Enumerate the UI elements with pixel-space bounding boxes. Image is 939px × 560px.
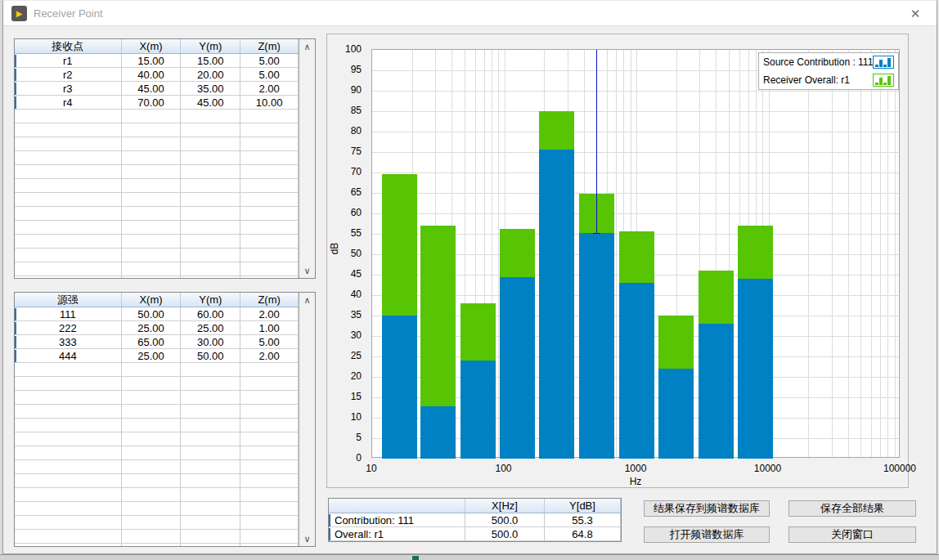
table-cell [240,137,299,151]
y-tick-label: 55 [329,227,362,239]
y-tick-label: 5 [329,432,362,443]
table-cell [15,123,122,137]
source-strength-table[interactable]: 源强X(m)Y(m)Z(m)11150.0060.002.0022225.002… [14,292,316,547]
table-row[interactable]: Contribution: 111500.055.3 [329,513,621,527]
table-cell: 60.00 [181,307,240,321]
bar-plot-icon [873,74,894,87]
table-cell [181,446,240,460]
bar-overall [461,303,496,361]
table-row[interactable] [15,446,299,460]
table-cell [122,262,182,276]
table-cell [15,405,122,419]
scroll-down-icon[interactable]: ∨ [299,532,315,545]
table-cell [240,262,299,276]
table-row[interactable] [15,460,299,474]
table-cell [15,207,122,221]
source-table-scrollbar[interactable]: ∧ ∨ [299,293,315,546]
table-row[interactable] [15,207,299,221]
table-row[interactable]: 44425.0050.002.00 [15,349,299,363]
open-spectrum-db-button[interactable]: 打开频谱数据库 [644,526,770,543]
table-row[interactable] [15,516,299,530]
table-row[interactable] [15,432,299,446]
table-cell [181,235,240,249]
table-row[interactable] [15,179,299,193]
table-row[interactable] [15,419,299,432]
y-tick-label: 65 [329,186,362,198]
table-cell [240,377,299,391]
table-cell [122,207,182,221]
table-row[interactable] [15,165,299,179]
table-row[interactable] [15,363,299,377]
table-row[interactable] [15,262,299,276]
scroll-up-icon[interactable]: ∧ [299,40,315,53]
bar-plot-icon [873,56,894,69]
table-row[interactable]: Overall: r1500.064.8 [329,527,621,541]
table-row[interactable] [15,391,299,405]
table-cell [240,419,299,432]
scroll-down-icon[interactable]: ∨ [299,264,315,277]
table-cell [240,544,299,546]
table-row[interactable]: r240.0020.005.00 [15,68,299,82]
table-row[interactable] [15,488,299,502]
table-cell [240,516,299,530]
x-tick-label: 10 [366,463,376,474]
table-row[interactable] [15,221,299,235]
table-row[interactable]: 11150.0060.002.00 [15,307,299,321]
table-row[interactable] [15,405,299,419]
table-cell [122,179,182,193]
table-cell: r4 [15,96,122,110]
table-row[interactable] [15,123,299,137]
close-icon[interactable]: ✕ [902,4,928,24]
table-cell [240,474,299,488]
y-tick-label: 35 [329,309,362,320]
table-row[interactable]: r470.0045.0010.00 [15,96,299,110]
table-row[interactable]: r115.0015.005.00 [15,54,299,68]
y-tick-label: 50 [329,248,362,259]
table-cell [15,235,122,249]
table-row[interactable] [15,276,299,278]
table-cell [15,460,122,474]
table-row[interactable]: r345.0035.002.00 [15,82,299,96]
table-cell [240,391,299,405]
close-window-button[interactable]: 关闭窗口 [788,526,916,543]
receiver-points-table[interactable]: 接收点X(m)Y(m)Z(m)r115.0015.005.00r240.0020… [14,38,316,279]
cursor-table-body: X[Hz]Y[dB]Contribution: 111500.055.3Over… [329,499,621,541]
receiver-table-scrollbar[interactable]: ∧ ∨ [299,39,315,278]
table-row[interactable] [15,193,299,207]
table-row[interactable] [15,474,299,488]
scroll-up-icon[interactable]: ∧ [299,293,315,307]
plot-legend: Source Contribution : 111 Receiver Overa… [758,52,899,90]
table-cell [240,235,299,249]
legend-item-overall[interactable]: Receiver Overall: r1 [759,71,898,89]
bar-overall [619,231,654,283]
window-title: Receiver Point [34,7,103,20]
table-row[interactable] [15,137,299,151]
table-row[interactable] [15,110,299,123]
table-cell: Overall: r1 [329,527,465,541]
table-row[interactable] [15,530,299,544]
table-row[interactable] [15,544,299,546]
table-row[interactable] [15,377,299,391]
table-cell [181,193,240,207]
bar-contribution [500,277,535,459]
table-row[interactable] [15,502,299,516]
table-row[interactable] [15,235,299,249]
bar-contribution [382,316,417,459]
table-row[interactable]: 22225.0025.001.00 [15,321,299,335]
legend-item-contribution[interactable]: Source Contribution : 111 [759,53,898,71]
table-cell: 30.00 [181,335,240,349]
legend-label: Source Contribution : 111 [763,56,873,68]
table-row[interactable]: 33365.0030.005.00 [15,335,299,349]
save-all-results-button[interactable]: 保存全部结果 [788,500,916,517]
table-row[interactable] [15,151,299,165]
save-results-to-spectrum-db-button[interactable]: 结果保存到频谱数据库 [644,500,770,517]
table-cell: 25.00 [181,321,240,335]
table-cell [240,193,299,207]
table-cell [15,165,122,179]
y-tick-label: 85 [329,105,362,116]
table-cell: r1 [15,54,122,68]
bar-overall [658,316,694,369]
table-cell [15,446,122,460]
table-row[interactable] [15,249,299,262]
plot-area[interactable] [371,49,900,458]
